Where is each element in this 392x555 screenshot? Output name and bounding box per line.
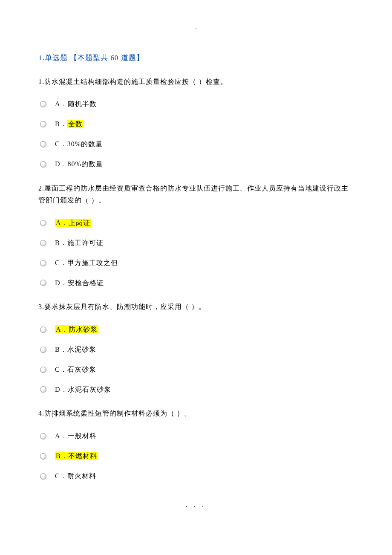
option-label: D．水泥石灰砂浆 — [55, 384, 111, 396]
header-rule — [38, 30, 354, 30]
radio-icon[interactable] — [40, 280, 46, 286]
option-label: B．施工许可证 — [55, 237, 104, 249]
option-row[interactable]: C．石灰砂浆 — [38, 364, 354, 376]
option-row[interactable]: C．30%的数量 — [38, 138, 354, 150]
option-row[interactable]: B．水泥砂浆 — [38, 344, 354, 356]
option-label: C．甲方施工攻之但 — [55, 257, 118, 269]
option-label: B．水泥砂浆 — [55, 344, 96, 356]
option-label: D．安检合格证 — [55, 277, 104, 289]
option-label: A．一般材料 — [55, 430, 97, 442]
option-label: C．耐火材料 — [55, 470, 96, 483]
option-label: B．不燃材料 — [55, 450, 98, 462]
option-label: A．随机半数 — [55, 98, 97, 110]
option-row[interactable]: A．随机半数 — [38, 98, 354, 110]
radio-icon[interactable] — [40, 433, 46, 439]
option-label: A．上岗证 — [55, 217, 91, 229]
option-row[interactable]: D．安检合格证 — [38, 277, 354, 289]
option-row[interactable]: B．施工许可证 — [38, 237, 354, 249]
question-text: 3.要求抹灰层具有防水、防潮功能时，应采用（ ）。 — [38, 301, 354, 313]
option-label: C．30%的数量 — [55, 138, 103, 150]
radio-icon[interactable] — [40, 347, 46, 353]
section-title: 1.单选题 【本题型共 60 道题】 — [38, 52, 354, 65]
radio-icon[interactable] — [40, 367, 46, 373]
option-row[interactable]: C．耐火材料 — [38, 470, 354, 483]
option-row[interactable]: B．不燃材料 — [38, 450, 354, 462]
option-group: A．防水砂浆 B．水泥砂浆 C．石灰砂浆 D．水泥石灰砂浆 — [38, 324, 354, 396]
option-label: B．全数 — [55, 118, 84, 130]
option-label: C．石灰砂浆 — [55, 364, 96, 376]
radio-icon[interactable] — [40, 220, 46, 226]
option-row[interactable]: A．防水砂浆 — [38, 324, 354, 336]
option-row[interactable]: D．水泥石灰砂浆 — [38, 384, 354, 396]
footer-dots: . . . — [38, 500, 354, 510]
option-row[interactable]: D．80%的数量 — [38, 158, 354, 171]
radio-icon[interactable] — [40, 161, 46, 168]
question-text: 2.屋面工程的防水层由经资质审查合格的防水专业队伍进行施工。作业人员应持有当地建… — [38, 182, 354, 207]
radio-icon[interactable] — [40, 240, 46, 246]
radio-icon[interactable] — [40, 141, 46, 147]
option-group: A．随机半数 B．全数 C．30%的数量 D．80%的数量 — [38, 98, 354, 170]
page-container: 1.单选题 【本题型共 60 道题】 1.防水混凝土结构细部构造的施工质量检验应… — [0, 0, 392, 527]
radio-icon[interactable] — [40, 121, 46, 127]
radio-icon[interactable] — [40, 327, 46, 333]
radio-icon[interactable] — [40, 473, 46, 480]
option-row[interactable]: C．甲方施工攻之但 — [38, 257, 354, 269]
option-row[interactable]: A．一般材料 — [38, 430, 354, 442]
option-label: D．80%的数量 — [55, 158, 103, 171]
radio-icon[interactable] — [40, 386, 46, 393]
option-row[interactable]: A．上岗证 — [38, 217, 354, 229]
option-row[interactable]: B．全数 — [38, 118, 354, 130]
radio-icon[interactable] — [40, 101, 46, 107]
option-group: A．上岗证 B．施工许可证 C．甲方施工攻之但 D．安检合格证 — [38, 217, 354, 289]
radio-icon[interactable] — [40, 453, 46, 460]
option-group: A．一般材料 B．不燃材料 C．耐火材料 — [38, 430, 354, 482]
question-text: 1.防水混凝土结构细部构造的施工质量检验应按（ ）检查。 — [38, 76, 354, 88]
question-text: 4.防排烟系统柔性短管的制作材料必须为（ ）。 — [38, 408, 354, 420]
radio-icon[interactable] — [40, 260, 46, 266]
option-label: A．防水砂浆 — [55, 324, 98, 336]
